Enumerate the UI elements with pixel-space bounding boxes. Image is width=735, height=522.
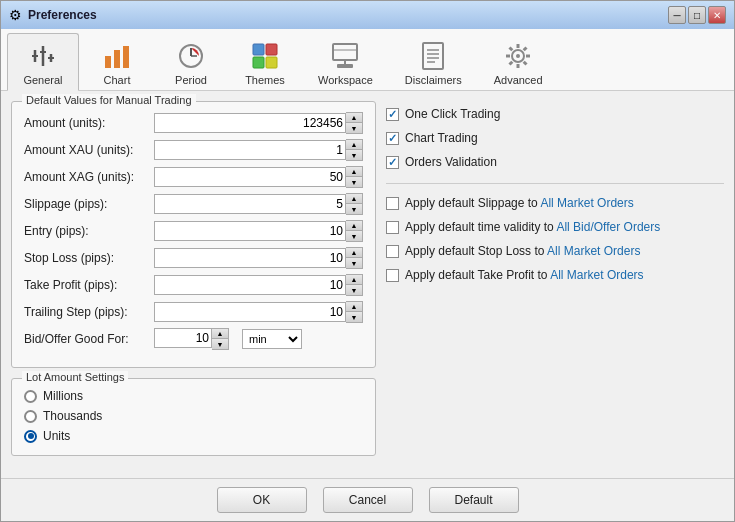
svg-point-26 xyxy=(516,54,520,58)
svg-line-32 xyxy=(524,62,527,65)
apply-stop-loss-checkbox[interactable] xyxy=(386,245,399,258)
take-profit-row: Take Profit (pips): ▲ ▼ xyxy=(24,274,363,296)
amount-up[interactable]: ▲ xyxy=(346,113,362,123)
tab-chart[interactable]: Chart xyxy=(81,33,153,90)
entry-label: Entry (pips): xyxy=(24,224,154,238)
radio-units[interactable] xyxy=(24,430,37,443)
trailing-step-up[interactable]: ▲ xyxy=(346,302,362,312)
amount-down[interactable]: ▼ xyxy=(346,123,362,133)
apply-slippage-row: Apply default Slippage to All Market Ord… xyxy=(386,196,724,210)
bid-offer-spinner: ▲ ▼ xyxy=(212,328,229,350)
minimize-button[interactable]: ─ xyxy=(668,6,686,24)
bid-offer-unit-select[interactable]: min sec hr xyxy=(242,329,302,349)
tab-workspace[interactable]: Workspace xyxy=(303,33,388,90)
amount-input[interactable] xyxy=(154,113,346,133)
title-bar-left: ⚙ Preferences xyxy=(9,7,97,23)
amount-xag-spinner: ▲ ▼ xyxy=(346,166,363,188)
close-button[interactable]: ✕ xyxy=(708,6,726,24)
amount-xau-down[interactable]: ▼ xyxy=(346,150,362,160)
bid-offer-down[interactable]: ▼ xyxy=(212,339,228,349)
tabs-bar: General Chart Per xyxy=(1,29,734,91)
amount-xag-up[interactable]: ▲ xyxy=(346,167,362,177)
stop-loss-input-wrap: ▲ ▼ xyxy=(154,247,363,269)
take-profit-spinner: ▲ ▼ xyxy=(346,274,363,296)
amount-xag-input[interactable] xyxy=(154,167,346,187)
amount-xag-down[interactable]: ▼ xyxy=(346,177,362,187)
take-profit-up[interactable]: ▲ xyxy=(346,275,362,285)
apply-slippage-checkbox[interactable] xyxy=(386,197,399,210)
entry-down[interactable]: ▼ xyxy=(346,231,362,241)
stop-loss-down[interactable]: ▼ xyxy=(346,258,362,268)
apply-take-profit-label: Apply default Take Profit to All Market … xyxy=(405,268,644,282)
entry-up[interactable]: ▲ xyxy=(346,221,362,231)
orders-validation-row: ✓ Orders Validation xyxy=(386,155,724,169)
bid-offer-input-wrap: ▲ ▼ xyxy=(154,328,234,350)
bid-offer-input[interactable] xyxy=(154,328,212,348)
slippage-row: Slippage (pips): ▲ ▼ xyxy=(24,193,363,215)
slippage-input-wrap: ▲ ▼ xyxy=(154,193,363,215)
manual-trading-group: Default Values for Manual Trading Amount… xyxy=(11,101,376,368)
tab-chart-label: Chart xyxy=(104,74,131,86)
divider-1 xyxy=(386,183,724,184)
one-click-trading-row: ✓ One Click Trading xyxy=(386,107,724,121)
maximize-button[interactable]: □ xyxy=(688,6,706,24)
tab-advanced-label: Advanced xyxy=(494,74,543,86)
slippage-down[interactable]: ▼ xyxy=(346,204,362,214)
stop-loss-label: Stop Loss (pips): xyxy=(24,251,154,265)
tab-general[interactable]: General xyxy=(7,33,79,91)
tab-advanced[interactable]: Advanced xyxy=(479,33,558,90)
tab-themes-label: Themes xyxy=(245,74,285,86)
stop-loss-up[interactable]: ▲ xyxy=(346,248,362,258)
apply-stop-loss-label: Apply default Stop Loss to All Market Or… xyxy=(405,244,640,258)
stop-loss-input[interactable] xyxy=(154,248,346,268)
slippage-up[interactable]: ▲ xyxy=(346,194,362,204)
amount-xau-input[interactable] xyxy=(154,140,346,160)
slippage-label: Slippage (pips): xyxy=(24,197,154,211)
bid-offer-row: Bid/Offer Good For: ▲ ▼ min sec xyxy=(24,328,363,350)
trailing-step-label: Trailing Step (pips): xyxy=(24,305,154,319)
orders-validation-checkbox[interactable]: ✓ xyxy=(386,156,399,169)
tab-workspace-label: Workspace xyxy=(318,74,373,86)
tab-period[interactable]: Period xyxy=(155,33,227,90)
radio-millions-label[interactable]: Millions xyxy=(43,389,83,403)
one-click-trading-checkbox[interactable]: ✓ xyxy=(386,108,399,121)
advanced-icon xyxy=(502,40,534,72)
apply-take-profit-checkbox[interactable] xyxy=(386,269,399,282)
window-icon: ⚙ xyxy=(9,7,22,23)
radio-millions-row: Millions xyxy=(24,389,363,403)
main-content: Default Values for Manual Trading Amount… xyxy=(1,91,734,478)
bid-offer-up[interactable]: ▲ xyxy=(212,329,228,339)
stop-loss-row: Stop Loss (pips): ▲ ▼ xyxy=(24,247,363,269)
slippage-input[interactable] xyxy=(154,194,346,214)
entry-spinner: ▲ ▼ xyxy=(346,220,363,242)
radio-thousands-label[interactable]: Thousands xyxy=(43,409,102,423)
tab-themes[interactable]: Themes xyxy=(229,33,301,90)
amount-xag-row: Amount XAG (units): ▲ ▼ xyxy=(24,166,363,188)
chart-trading-checkbox[interactable]: ✓ xyxy=(386,132,399,145)
apply-time-validity-row: Apply default time validity to All Bid/O… xyxy=(386,220,724,234)
apply-time-validity-checkbox[interactable] xyxy=(386,221,399,234)
default-button[interactable]: Default xyxy=(429,487,519,513)
amount-spinner: ▲ ▼ xyxy=(346,112,363,134)
svg-line-31 xyxy=(510,48,513,51)
orders-validation-label: Orders Validation xyxy=(405,155,497,169)
amount-label: Amount (units): xyxy=(24,116,154,130)
radio-thousands[interactable] xyxy=(24,410,37,423)
svg-line-33 xyxy=(524,48,527,51)
tab-disclaimers[interactable]: Disclaimers xyxy=(390,33,477,90)
trailing-step-input[interactable] xyxy=(154,302,346,322)
cancel-button[interactable]: Cancel xyxy=(323,487,413,513)
take-profit-input[interactable] xyxy=(154,275,346,295)
amount-xau-up[interactable]: ▲ xyxy=(346,140,362,150)
entry-input[interactable] xyxy=(154,221,346,241)
svg-rect-7 xyxy=(114,50,120,68)
take-profit-down[interactable]: ▼ xyxy=(346,285,362,295)
trailing-step-down[interactable]: ▼ xyxy=(346,312,362,322)
entry-input-wrap: ▲ ▼ xyxy=(154,220,363,242)
radio-units-label[interactable]: Units xyxy=(43,429,70,443)
radio-millions[interactable] xyxy=(24,390,37,403)
amount-xau-label: Amount XAU (units): xyxy=(24,143,154,157)
trailing-step-input-wrap: ▲ ▼ xyxy=(154,301,363,323)
ok-button[interactable]: OK xyxy=(217,487,307,513)
svg-rect-12 xyxy=(253,44,264,55)
